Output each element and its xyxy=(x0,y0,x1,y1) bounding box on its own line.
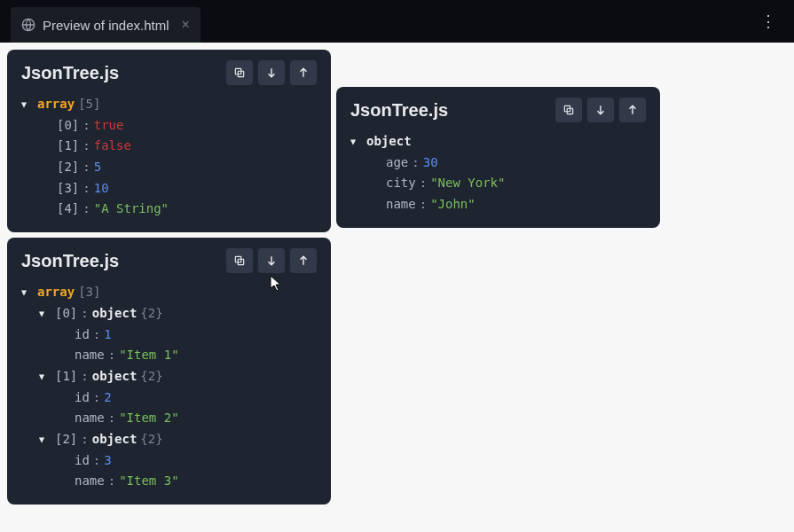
colon: : xyxy=(412,153,419,173)
tree-root[interactable]: ▼ array [3] xyxy=(21,282,317,303)
colon: : xyxy=(420,195,427,215)
tree-item[interactable]: [0] : true xyxy=(21,115,317,137)
panel-actions xyxy=(226,248,317,273)
json-tree: ▼ object age : 30 city : "New York" name… xyxy=(350,131,646,215)
colon: : xyxy=(83,158,90,177)
item-index: [4] xyxy=(57,200,79,219)
tree-item[interactable]: ▼ [1] : object {2} xyxy=(21,366,317,387)
globe-icon xyxy=(21,18,35,32)
type-label: object xyxy=(92,430,138,450)
prop-value: "Item 2" xyxy=(119,409,178,428)
item-index: [0] xyxy=(55,304,77,324)
root-key: array xyxy=(37,95,75,114)
arrow-up-icon xyxy=(297,66,310,79)
item-value: 5 xyxy=(94,158,101,177)
panel-header: JsonTree.js xyxy=(21,60,317,85)
tree-prop[interactable]: city : "New York" xyxy=(350,173,646,194)
expand-button[interactable] xyxy=(587,98,614,122)
expand-button[interactable] xyxy=(258,248,285,273)
kebab-menu-icon[interactable]: ⋮ xyxy=(753,8,783,35)
prop-value: 30 xyxy=(423,153,438,173)
item-index: [1] xyxy=(55,367,77,387)
chevron-down-icon[interactable]: ▼ xyxy=(39,370,51,384)
prop-value: 2 xyxy=(104,388,111,408)
prop-value: 1 xyxy=(104,325,111,345)
prop-key: name xyxy=(75,472,105,491)
colon: : xyxy=(420,174,427,193)
panel-title: JsonTree.js xyxy=(350,100,448,121)
json-tree-panel-1: JsonTree.js ▼ array [5] xyxy=(7,50,331,232)
browser-tab[interactable]: Preview of index.html × xyxy=(11,7,200,43)
item-index: [1] xyxy=(57,137,79,156)
tree-prop[interactable]: id : 2 xyxy=(21,387,317,409)
collapse-button[interactable] xyxy=(619,98,646,122)
chevron-down-icon[interactable]: ▼ xyxy=(21,98,34,112)
tree-item[interactable]: [4] : "A String" xyxy=(21,199,317,220)
item-value: false xyxy=(94,137,131,156)
collapse-button[interactable] xyxy=(290,60,317,85)
colon: : xyxy=(93,451,100,471)
copy-button[interactable] xyxy=(226,60,253,85)
prop-value: 3 xyxy=(104,451,111,471)
panel-title: JsonTree.js xyxy=(21,63,119,83)
tree-prop[interactable]: age : 30 xyxy=(350,153,646,174)
copy-icon xyxy=(233,66,246,79)
panel-header: JsonTree.js xyxy=(21,248,317,273)
tree-item[interactable]: [2] : 5 xyxy=(21,157,317,178)
colon: : xyxy=(108,472,115,491)
prop-key: age xyxy=(386,153,408,173)
prop-value: "Item 3" xyxy=(119,472,178,491)
root-key: array xyxy=(37,283,75,302)
panel-actions xyxy=(555,98,646,122)
arrow-down-icon xyxy=(265,66,278,79)
copy-button[interactable] xyxy=(555,98,582,122)
panel-title: JsonTree.js xyxy=(21,251,119,271)
item-value: true xyxy=(94,116,124,136)
chevron-down-icon[interactable]: ▼ xyxy=(39,307,51,321)
close-icon[interactable]: × xyxy=(182,17,190,33)
chevron-down-icon[interactable]: ▼ xyxy=(39,433,51,447)
arrow-down-icon xyxy=(265,254,278,267)
tree-item[interactable]: ▼ [2] : object {2} xyxy=(21,429,317,450)
type-label: object xyxy=(92,367,138,387)
colon: : xyxy=(81,367,88,387)
collapse-button[interactable] xyxy=(290,248,317,273)
expand-button[interactable] xyxy=(258,60,285,85)
arrow-up-icon xyxy=(626,104,639,116)
colon: : xyxy=(93,325,100,345)
object-count: {2} xyxy=(140,367,162,387)
item-index: [3] xyxy=(57,179,79,199)
tree-prop[interactable]: name : "Item 3" xyxy=(21,471,317,492)
tree-root[interactable]: ▼ array [5] xyxy=(21,94,317,115)
chevron-down-icon[interactable]: ▼ xyxy=(21,286,34,300)
array-count: [3] xyxy=(78,283,100,302)
tree-item[interactable]: ▼ [0] : object {2} xyxy=(21,303,317,325)
tree-item[interactable]: [1] : false xyxy=(21,136,317,157)
tree-prop[interactable]: id : 3 xyxy=(21,450,317,472)
colon: : xyxy=(81,304,88,324)
json-tree-panel-2: JsonTree.js ▼ object xyxy=(336,87,660,228)
tree-item[interactable]: [3] : 10 xyxy=(21,178,317,200)
copy-button[interactable] xyxy=(226,248,253,273)
tree-prop[interactable]: name : "Item 2" xyxy=(21,408,317,429)
array-count: [5] xyxy=(78,95,100,114)
item-index: [2] xyxy=(55,430,77,450)
tree-root[interactable]: ▼ object xyxy=(350,131,646,153)
object-count: {2} xyxy=(140,304,162,324)
panel-actions xyxy=(226,60,317,85)
prop-key: name xyxy=(386,195,416,215)
colon: : xyxy=(108,409,115,428)
tree-prop[interactable]: id : 1 xyxy=(21,325,317,346)
prop-key: id xyxy=(75,451,90,471)
tree-prop[interactable]: name : "Item 1" xyxy=(21,345,317,366)
titlebar: Preview of index.html × ⋮ xyxy=(0,0,794,43)
json-tree: ▼ array [3] ▼ [0] : object {2} id : 1 xyxy=(21,282,317,492)
colon: : xyxy=(83,200,90,219)
item-index: [0] xyxy=(57,116,79,136)
json-tree-panel-3: JsonTree.js ▼ array [3] xyxy=(7,238,331,505)
prop-key: id xyxy=(75,325,90,345)
tree-prop[interactable]: name : "John" xyxy=(350,194,646,215)
prop-key: name xyxy=(75,346,105,365)
item-index: [2] xyxy=(57,158,79,177)
chevron-down-icon[interactable]: ▼ xyxy=(350,135,363,149)
